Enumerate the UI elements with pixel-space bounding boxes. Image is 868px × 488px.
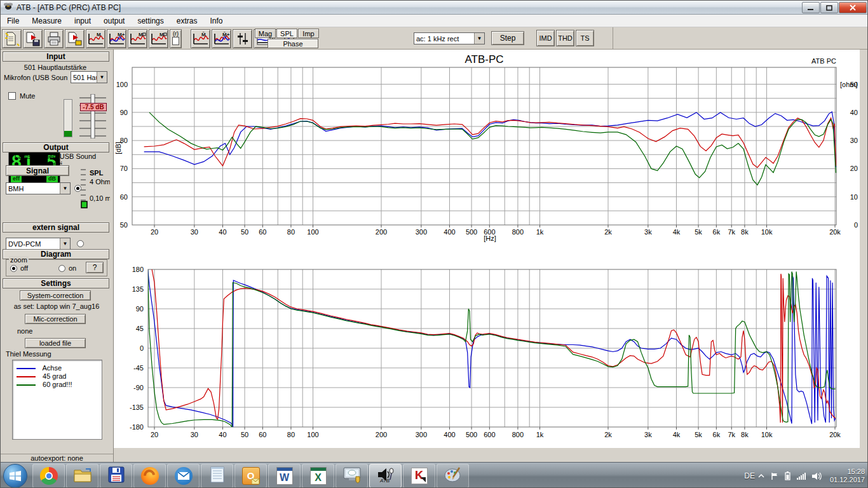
battery-icon[interactable] (785, 471, 790, 480)
taskbar-app-thunderbird[interactable] (167, 464, 200, 488)
taskbar-app-explorer[interactable] (66, 464, 98, 488)
input-gain-slider[interactable]: -7.5 dB (78, 94, 107, 139)
svg-text:45: 45 (136, 325, 144, 332)
chevron-down-icon[interactable]: ▼ (474, 33, 484, 44)
svg-text:8k: 8k (741, 431, 749, 438)
chevron-down-icon[interactable]: ▼ (60, 238, 70, 249)
taskbar-app-kaspersky[interactable]: K (403, 464, 435, 488)
phase-button[interactable]: Phase (268, 39, 318, 48)
clock[interactable]: 15:28 01.12.2017 (830, 468, 865, 484)
svg-text:7k: 7k (728, 431, 735, 438)
legend-item: 60 grad!!! (17, 381, 102, 388)
taskbar-app-remote-desktop[interactable] (336, 464, 368, 488)
extern-signal-radio[interactable] (77, 240, 84, 247)
svg-text:135: 135 (132, 285, 144, 293)
svg-text:600: 600 (484, 431, 495, 438)
taskbar-app-notepad[interactable] (201, 464, 233, 488)
imd-button[interactable]: IMD (536, 30, 555, 46)
mic-select[interactable]: 501 Hau ▼ (71, 71, 107, 83)
system-correction-button[interactable]: System-correction (20, 290, 91, 301)
zoom-on-radio[interactable] (58, 265, 65, 272)
signal-button[interactable]: Signal (6, 165, 69, 176)
start-button[interactable] (3, 464, 27, 488)
extern-signal-select[interactable]: DVD-PCM ▼ (6, 238, 71, 250)
taskbar: OWXATBK DE 15:28 01.12.2017 (1, 462, 868, 488)
ts-button[interactable]: TS (576, 30, 594, 46)
svg-text:180: 180 (132, 266, 144, 273)
input-section-header: Input (3, 51, 109, 62)
kaspersky-icon: K (411, 468, 428, 484)
measure-add-curve-button[interactable]: M+ (107, 29, 126, 48)
loaded-file-button[interactable]: loaded file (25, 338, 86, 348)
taskbar-app-paint[interactable] (437, 464, 469, 488)
svg-text:50: 50 (241, 228, 248, 236)
taskbar-app-firefox[interactable] (133, 464, 166, 488)
menu-item-info[interactable]: Info (203, 15, 229, 27)
chrome-icon (40, 467, 58, 485)
save-measure-button[interactable] (23, 29, 43, 48)
svg-text:2k: 2k (604, 431, 612, 438)
spl-level-slider[interactable] (81, 167, 88, 208)
step-button[interactable]: Step (491, 31, 524, 45)
zoom-help-button[interactable]: ? (86, 262, 104, 273)
signal-icon[interactable] (797, 472, 806, 480)
close-button[interactable] (839, 2, 867, 13)
extern-signal-value: DVD-PCM (6, 240, 60, 248)
view-tab-imp[interactable]: Imp (298, 29, 319, 38)
excel-icon: X (310, 467, 327, 485)
view-tab-mag[interactable]: Mag (255, 29, 276, 38)
extern-signal-header: extern signal (3, 222, 109, 233)
chevron-up-icon[interactable] (758, 473, 764, 478)
chevron-down-icon[interactable]: ▼ (60, 183, 70, 194)
view-tab-spl[interactable]: SPL (276, 29, 297, 38)
menu-item-output[interactable]: output (97, 15, 131, 27)
measure-mean-curve-button[interactable]: M̄ (191, 29, 210, 48)
zoom-off-radio[interactable] (10, 265, 17, 272)
export-measure-button[interactable] (65, 29, 85, 48)
measure-mean-add-curve-button[interactable]: M̄+ (212, 29, 231, 48)
zoom-off-label: off (20, 264, 28, 272)
taskbar-app-word[interactable]: W (268, 464, 301, 488)
mic-correction-value: none (17, 327, 32, 335)
volume-icon[interactable] (812, 472, 822, 480)
measure-add-box-curve-button[interactable]: M (149, 29, 168, 48)
taskbar-app-outlook[interactable]: O (234, 464, 267, 488)
export-measure-icon (65, 31, 84, 46)
flag-icon[interactable] (771, 472, 778, 480)
new-file-button[interactable] (2, 29, 22, 48)
minimize-button[interactable] (802, 2, 820, 13)
menu-item-file[interactable]: File (1, 15, 25, 27)
svg-text:30: 30 (191, 228, 198, 236)
menu-item-settings[interactable]: settings (131, 15, 170, 27)
mute-checkbox[interactable] (8, 92, 16, 100)
taskbar-app-chrome[interactable] (32, 464, 65, 488)
svg-text:ATB-PC: ATB-PC (465, 53, 503, 65)
svg-text:80: 80 (287, 431, 295, 438)
measure-curve-button[interactable]: M (86, 29, 105, 48)
language-indicator[interactable]: DE (744, 471, 755, 480)
taskbar-app-excel[interactable]: X (302, 464, 334, 488)
mic-correction-button[interactable]: Mic-correction (25, 314, 86, 324)
ac-signal-select[interactable]: ac: 1 kHz rect ▼ (414, 32, 485, 44)
svg-text:[Hz]: [Hz] (484, 234, 496, 242)
maximize-button[interactable] (820, 2, 838, 13)
measure-box-curve-button[interactable]: M (128, 29, 147, 48)
taskbar-app-floppy[interactable] (100, 464, 132, 488)
print-button[interactable] (44, 29, 64, 48)
r-reference-button[interactable]: (r) (170, 29, 182, 48)
chevron-down-icon[interactable]: ▼ (97, 72, 107, 83)
svg-text:800: 800 (512, 431, 524, 438)
gain-slider-handle[interactable]: -7.5 dB (80, 103, 107, 111)
levels-button[interactable] (233, 29, 252, 48)
thd-button[interactable]: THD (556, 30, 574, 46)
measure-curve-icon: M (86, 31, 105, 46)
menu-item-extras[interactable]: extras (170, 15, 204, 27)
taskbar-app-atb[interactable]: ATB (369, 464, 402, 488)
svg-text:ATB PC: ATB PC (811, 57, 836, 65)
signal-select[interactable]: BMH ▼ (6, 182, 71, 194)
word-icon: W (276, 467, 293, 485)
clock-time: 15:28 (830, 468, 865, 476)
menu-item-input[interactable]: input (68, 15, 97, 27)
menu-item-measure[interactable]: Measure (25, 15, 68, 27)
legend-label: 45 grad (41, 372, 66, 380)
